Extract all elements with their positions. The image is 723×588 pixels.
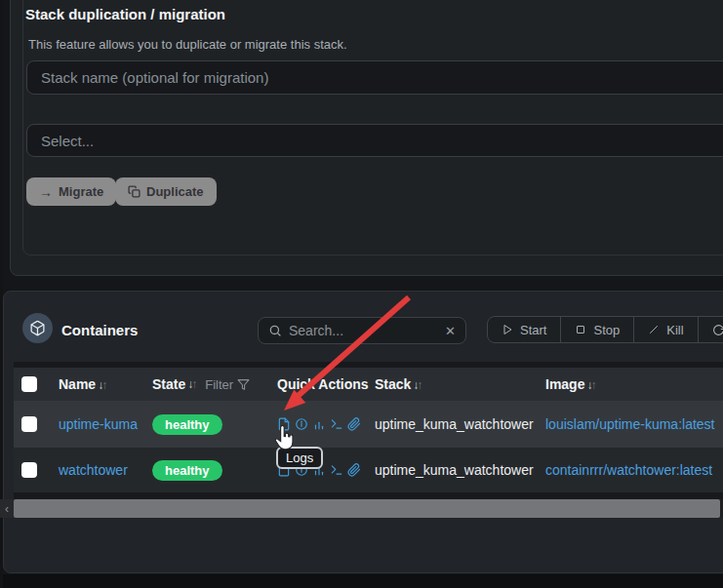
console-icon[interactable] [330,417,343,431]
sort-icon: ↓↑ [187,377,195,391]
table-row: uptime-kuma healthy uptime_kuma_watchtow… [14,401,723,448]
stack-name-input[interactable] [26,60,723,95]
header-image[interactable]: Image↓↑ [545,376,723,392]
header-state[interactable]: State↓↑ Filter [152,376,277,392]
row-checkbox[interactable] [21,462,37,478]
stop-square-icon [575,324,586,335]
logs-icon[interactable] [277,417,291,431]
scroll-left-button[interactable]: ‹ [0,499,14,518]
row-checkbox[interactable] [21,416,37,432]
attach-icon[interactable] [347,463,361,477]
restart-icon [712,324,723,336]
migrate-button-label: Migrate [59,184,103,199]
table-row: watchtower healthy uptime_kuma_watchtowe… [14,448,723,492]
attach-icon[interactable] [347,417,361,431]
endpoint-select[interactable]: Select... [26,124,723,157]
migrate-button[interactable]: → Migrate [26,177,116,206]
containers-panel: Containers ✕ Start Stop [3,291,723,573]
sort-icon: ↓↑ [586,378,594,392]
sort-icon: ↓↑ [98,378,105,392]
search-input[interactable] [289,323,438,338]
stats-icon[interactable] [312,417,326,431]
header-quick-actions: Quick Actions [277,376,375,392]
select-all-checkbox[interactable] [21,376,37,392]
slash-icon [648,324,660,335]
page-bottom-gap [0,574,723,588]
stack-cell: uptime_kuma_watchtower [375,416,534,432]
container-name-link[interactable]: uptime-kuma [59,416,138,432]
play-icon [502,324,513,335]
scrollbar-thumb[interactable] [14,499,720,518]
stack-cell: uptime_kuma_watchtower [375,462,534,478]
search-icon [268,324,282,337]
start-button[interactable]: Start [488,317,561,342]
inspect-icon[interactable] [295,417,308,431]
containers-search: ✕ [258,317,466,344]
containers-table: Name↓↑ State↓↑ Filter Quick Actions Stac… [14,362,723,500]
filter-funnel-icon[interactable] [237,378,250,391]
containers-title: Containers [61,322,138,338]
start-button-label: Start [520,323,546,337]
status-badge: healthy [152,414,222,435]
header-stack[interactable]: Stack↓↑ [375,376,545,392]
logs-tooltip-label: Logs [286,451,313,465]
page: Stack duplication / migration This featu… [0,0,723,588]
search-clear-icon[interactable]: ✕ [445,324,456,338]
header-name[interactable]: Name↓↑ [59,376,152,392]
image-link[interactable]: containrrr/watchtower:latest [545,462,712,478]
containers-box-icon [22,313,53,343]
stack-duplication-panel: Stack duplication / migration This featu… [10,0,723,276]
restart-button[interactable]: Rest [699,317,723,342]
duplicate-button[interactable]: Duplicate [115,177,217,206]
status-badge: healthy [152,460,222,481]
kill-button-label: Kill [666,323,683,337]
container-actions: Start Stop Kill Rest [487,316,723,343]
image-link[interactable]: louislam/uptime-kuma:latest [545,416,715,432]
horizontal-scrollbar: ‹ [0,499,723,518]
logs-tooltip: Logs [276,447,323,469]
kill-button[interactable]: Kill [634,317,698,342]
duplicate-button-label: Duplicate [146,184,204,199]
table-header-row: Name↓↑ State↓↑ Filter Quick Actions Stac… [14,368,723,401]
arrow-right-icon: → [39,185,53,199]
stop-button[interactable]: Stop [561,317,634,342]
state-filter-label[interactable]: Filter [205,377,233,392]
endpoint-select-placeholder: Select... [41,133,94,149]
sort-icon: ↓↑ [413,378,421,392]
copy-icon [128,185,141,198]
stop-button-label: Stop [593,323,620,337]
console-icon[interactable] [330,463,343,477]
container-name-link[interactable]: watchtower [59,462,128,478]
chevron-left-icon: ‹ [5,502,9,516]
